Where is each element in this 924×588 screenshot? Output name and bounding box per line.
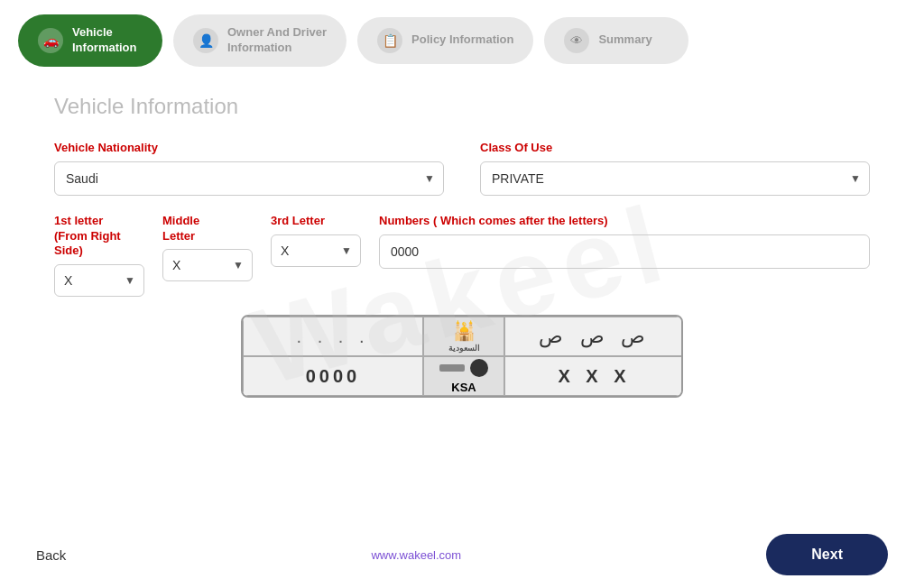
vehicle-nationality-label: Vehicle Nationality xyxy=(54,141,444,156)
step-policy[interactable]: 📋 Policy Information xyxy=(357,17,533,64)
plate-ksa-text: KSA xyxy=(451,381,476,394)
plate-dots: . . . . xyxy=(243,317,423,356)
next-button[interactable]: Next xyxy=(766,534,888,575)
first-letter-select-wrapper: XABCD ▼ xyxy=(54,264,144,297)
plate-arabic-letters: ص ص ص xyxy=(504,317,683,356)
main-content: Vehicle Information Vehicle Nationality … xyxy=(0,76,924,525)
third-letter-label: 3rd Letter xyxy=(271,214,361,229)
first-letter-select[interactable]: XABCD xyxy=(54,264,144,297)
class-of-use-select[interactable]: PRIVATE COMMERCIAL xyxy=(480,161,870,196)
plate-middle-bottom: KSA xyxy=(423,356,504,396)
plate-strip-bar xyxy=(439,364,465,372)
vehicle-nationality-group: Vehicle Nationality Saudi Non-Saudi ▼ xyxy=(54,141,444,196)
middle-letter-select-wrapper: XABCD ▼ xyxy=(162,249,253,281)
plate-en-letters: X X X xyxy=(504,356,683,396)
plate-strip xyxy=(439,359,488,377)
class-of-use-group: Class Of Use PRIVATE COMMERCIAL ▼ xyxy=(480,141,870,196)
stepper: 🚗 Vehicle Information 👤 Owner And Driver… xyxy=(0,0,924,76)
step-owner-label: Owner And DriverInformation xyxy=(227,25,327,56)
back-button[interactable]: Back xyxy=(36,547,66,563)
numbers-input[interactable] xyxy=(379,234,870,269)
first-letter-label: 1st letter(From RightSide) xyxy=(54,214,144,260)
step-owner[interactable]: 👤 Owner And DriverInformation xyxy=(173,14,346,67)
middle-letter-select[interactable]: XABCD xyxy=(162,249,253,281)
middle-letter-group: MiddleLetter XABCD ▼ xyxy=(162,214,253,282)
third-letter-select[interactable]: XABCD xyxy=(271,234,361,267)
step-vehicle-icon: 🚗 xyxy=(38,28,63,53)
plate-numbers: 0000 xyxy=(243,356,423,396)
numbers-group: Numbers ( Which comes after the letters) xyxy=(379,214,870,269)
step-vehicle-label: Vehicle Information xyxy=(72,25,137,56)
step-summary[interactable]: 👁 Summary xyxy=(544,17,688,64)
footer: Back www.wakeel.com Next xyxy=(0,525,924,588)
section-title: Vehicle Information xyxy=(54,94,870,119)
class-of-use-label: Class Of Use xyxy=(480,141,870,156)
plate-ksa-emblem: 🕌 xyxy=(453,320,476,342)
letter-row: 1st letter(From RightSide) XABCD ▼ Middl… xyxy=(54,214,870,298)
step-vehicle[interactable]: 🚗 Vehicle Information xyxy=(18,14,162,67)
plate-saudi-label: السعودية xyxy=(448,344,480,353)
step-summary-label: Summary xyxy=(598,32,651,48)
step-summary-icon: 👁 xyxy=(564,28,589,53)
step-policy-label: Policy Information xyxy=(411,32,513,48)
plate-middle-top: 🕌 السعودية xyxy=(423,317,504,356)
class-of-use-select-wrapper: PRIVATE COMMERCIAL ▼ xyxy=(480,161,870,196)
step-owner-icon: 👤 xyxy=(193,28,218,53)
license-plate: . . . . 🕌 السعودية ص ص ص 0000 xyxy=(241,315,683,398)
form-row-1: Vehicle Nationality Saudi Non-Saudi ▼ Cl… xyxy=(54,141,870,196)
middle-letter-label: MiddleLetter xyxy=(162,214,253,244)
first-letter-group: 1st letter(From RightSide) XABCD ▼ xyxy=(54,214,144,298)
website-link[interactable]: www.wakeel.com xyxy=(371,548,461,562)
third-letter-group: 3rd Letter XABCD ▼ xyxy=(271,214,361,267)
step-policy-icon: 📋 xyxy=(377,28,402,53)
vehicle-nationality-select-wrapper: Saudi Non-Saudi ▼ xyxy=(54,161,444,196)
vehicle-nationality-select[interactable]: Saudi Non-Saudi xyxy=(54,161,444,196)
numbers-label: Numbers ( Which comes after the letters) xyxy=(379,214,870,229)
plate-circle xyxy=(470,359,488,377)
plate-container: . . . . 🕌 السعودية ص ص ص 0000 xyxy=(54,315,870,398)
third-letter-select-wrapper: XABCD ▼ xyxy=(271,234,361,267)
